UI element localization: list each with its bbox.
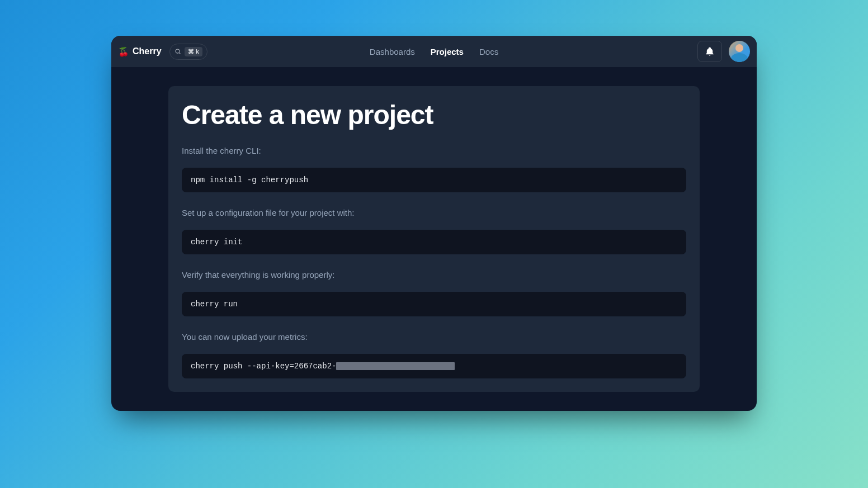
user-avatar[interactable] (729, 41, 750, 62)
step-instruction: Set up a configuration file for your pro… (182, 208, 686, 217)
main-nav: Dashboards Projects Docs (370, 47, 498, 56)
search-icon (174, 48, 181, 55)
page-title: Create a new project (182, 100, 686, 130)
step-instruction: Verify that everything is working proper… (182, 270, 686, 279)
code-block-init[interactable]: cherry init (182, 230, 686, 254)
create-project-card: Create a new project Install the cherry … (168, 86, 700, 392)
code-block-install[interactable]: npm install -g cherrypush (182, 168, 686, 192)
topbar: 🍒 Cherry ⌘ k Dashboards Projects Docs (111, 36, 757, 67)
cherry-icon: 🍒 (118, 46, 129, 57)
step-instruction: Install the cherry CLI: (182, 146, 686, 155)
svg-point-0 (176, 49, 180, 53)
notifications-button[interactable] (697, 41, 722, 62)
nav-projects[interactable]: Projects (431, 47, 464, 56)
page-content: Create a new project Install the cherry … (111, 67, 757, 411)
brand-logo[interactable]: 🍒 Cherry (118, 46, 162, 57)
search-shortcut: ⌘ k (185, 47, 202, 56)
redacted-api-key (336, 362, 455, 370)
search-button[interactable]: ⌘ k (169, 44, 207, 60)
code-block-push[interactable]: cherry push --api-key=2667cab2- (182, 354, 686, 378)
step-instruction: You can now upload your metrics: (182, 332, 686, 342)
svg-line-1 (179, 53, 180, 54)
topbar-right (697, 41, 750, 62)
nav-docs[interactable]: Docs (479, 47, 498, 56)
app-window: 🍒 Cherry ⌘ k Dashboards Projects Docs (111, 36, 757, 411)
nav-dashboards[interactable]: Dashboards (370, 47, 415, 56)
brand-name: Cherry (133, 46, 162, 56)
bell-icon (705, 46, 715, 56)
code-block-run[interactable]: cherry run (182, 292, 686, 316)
topbar-left: 🍒 Cherry ⌘ k (118, 44, 207, 60)
